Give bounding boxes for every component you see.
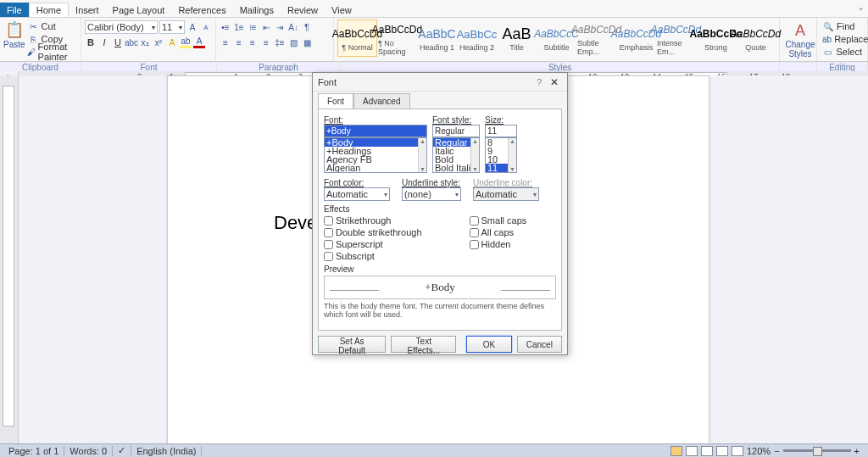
tab-view[interactable]: View	[325, 3, 359, 17]
replace-button[interactable]: abReplace	[821, 33, 864, 45]
underlinestyle-select[interactable]: (none)▾	[402, 187, 461, 201]
superscript-button[interactable]: x²	[153, 36, 164, 48]
status-page[interactable]: Page: 1 of 1	[3, 446, 64, 456]
style-quote[interactable]: AaBbCcDdQuote	[736, 20, 776, 57]
dialog-tab-font[interactable]: Font	[318, 93, 353, 109]
brush-icon: 🖌	[27, 46, 36, 58]
justify-button[interactable]: ≡	[260, 36, 272, 48]
chk-superscript[interactable]: Superscript	[324, 239, 422, 249]
tab-home[interactable]: Home	[29, 3, 69, 17]
showmarks-button[interactable]: ¶	[301, 21, 313, 33]
style-heading2[interactable]: AaBbCcHeading 2	[457, 20, 497, 57]
grow-font-icon[interactable]: A	[186, 21, 198, 33]
fontcolor-button[interactable]: A	[193, 36, 205, 48]
chk-strikethrough[interactable]: Strikethrough	[324, 215, 422, 226]
replace-icon: ab	[822, 33, 832, 45]
chk-subscript[interactable]: Subscript	[324, 251, 422, 261]
zoom-out-button[interactable]: −	[774, 446, 779, 456]
chk-hidden[interactable]: Hidden	[470, 239, 527, 249]
paste-button[interactable]: 📋 Paste	[3, 20, 25, 57]
group-styles: AaBbCcDd¶ NormalAaBbCcDd¶ No SpacingAaBb…	[334, 18, 780, 61]
fontcolor-select[interactable]: Automatic▾	[324, 187, 390, 201]
ok-button[interactable]: OK	[466, 336, 511, 353]
sort-button[interactable]: A↓	[287, 21, 299, 33]
view-outline-button[interactable]	[716, 446, 728, 456]
copy-icon: ⎘	[27, 33, 39, 45]
zoom-in-button[interactable]: +	[854, 446, 860, 456]
changestyles-icon: A	[794, 21, 806, 40]
find-icon: 🔍	[822, 20, 834, 32]
indent-inc-button[interactable]: ⇥	[274, 21, 286, 33]
strike-button[interactable]: abc	[125, 36, 137, 48]
dialog-tab-advanced[interactable]: Advanced	[353, 93, 409, 109]
tab-review[interactable]: Review	[281, 3, 325, 17]
find-button[interactable]: 🔍Find	[821, 20, 864, 32]
align-center-button[interactable]: ≡	[233, 36, 245, 48]
bullets-button[interactable]: •≡	[220, 21, 231, 33]
changestyles-button[interactable]: A Change Styles	[783, 20, 817, 59]
ruler-vertical[interactable]	[0, 75, 19, 443]
select-button[interactable]: ▭Select	[821, 46, 864, 58]
style-nospacing[interactable]: AaBbCcDd¶ No Spacing	[377, 20, 417, 57]
fontstyle-list[interactable]: RegularItalicBoldBold Italic	[432, 137, 480, 173]
subscript-button[interactable]: x₂	[139, 36, 151, 48]
label-fontstyle: Font style:	[432, 115, 480, 125]
titlebar-expand-icon[interactable]: ⌄	[857, 2, 865, 13]
linespacing-button[interactable]: ‡≡	[274, 36, 286, 48]
dialog-help-button[interactable]: ?	[531, 77, 547, 87]
chk-smallcaps[interactable]: Small caps	[470, 215, 527, 226]
size-list[interactable]: 89101112	[485, 137, 517, 173]
status-words[interactable]: Words: 0	[64, 446, 113, 456]
status-proof-icon[interactable]: ✓	[113, 445, 131, 456]
tab-insert[interactable]: Insert	[69, 3, 106, 17]
font-size-select[interactable]: 11▾	[159, 20, 185, 34]
ribbon: 📋 Paste ✂Cut ⎘Copy 🖌Format Painter Calib…	[0, 18, 868, 62]
chk-allcaps[interactable]: All caps	[470, 227, 527, 237]
texteffects-button[interactable]: A	[166, 36, 178, 48]
style-heading1[interactable]: AaBbCHeading 1	[417, 20, 457, 57]
highlight-button[interactable]: ab	[180, 36, 192, 48]
tab-pagelayout[interactable]: Page Layout	[106, 3, 172, 17]
font-name-select[interactable]: Calibri (Body)▾	[85, 20, 158, 34]
group-editing: 🔍Find abReplace ▭Select	[817, 18, 868, 61]
status-bar: Page: 1 of 1 Words: 0 ✓ English (India) …	[0, 443, 868, 457]
multilevel-button[interactable]: ⁝≡	[247, 21, 259, 33]
tab-mailings[interactable]: Mailings	[233, 3, 281, 17]
size-input[interactable]	[485, 125, 517, 137]
view-weblayout-button[interactable]	[701, 446, 713, 456]
view-draft-button[interactable]	[732, 446, 743, 456]
formatpainter-button[interactable]: 🖌Format Painter	[25, 46, 77, 58]
status-language[interactable]: English (India)	[131, 446, 202, 456]
cancel-button[interactable]: Cancel	[517, 336, 562, 353]
numbering-button[interactable]: 1≡	[233, 21, 245, 33]
zoom-slider[interactable]	[783, 449, 851, 452]
bold-button[interactable]: B	[85, 36, 97, 48]
style-title[interactable]: AaBTitle	[497, 20, 537, 57]
borders-button[interactable]: ▦	[301, 36, 313, 48]
select-icon: ▭	[822, 46, 833, 58]
indent-dec-button[interactable]: ⇤	[260, 21, 272, 33]
shrink-font-icon[interactable]: A	[200, 21, 212, 33]
dialog-close-button[interactable]: ✕	[547, 75, 562, 89]
label-font: Font:	[324, 115, 427, 125]
cut-button[interactable]: ✂Cut	[25, 20, 77, 32]
zoom-level[interactable]: 120%	[747, 446, 771, 456]
tab-file[interactable]: File	[0, 3, 29, 17]
texteffects-button[interactable]: Text Effects...	[391, 336, 456, 353]
shading-button[interactable]: ▧	[287, 36, 299, 48]
align-left-button[interactable]: ≡	[220, 36, 231, 48]
tab-references[interactable]: References	[171, 3, 232, 17]
fontstyle-input[interactable]	[432, 125, 480, 137]
preview-box: +Body	[324, 276, 556, 299]
italic-button[interactable]: I	[98, 36, 110, 48]
chk-doublestrike[interactable]: Double strikethrough	[324, 227, 422, 237]
paste-icon: 📋	[4, 20, 25, 40]
view-fullscreen-button[interactable]	[686, 446, 698, 456]
font-list[interactable]: +Body+HeadingsAgency FBAlgerianArial	[324, 137, 427, 173]
align-right-button[interactable]: ≡	[247, 36, 259, 48]
font-input[interactable]	[324, 125, 427, 137]
view-printlayout-button[interactable]	[670, 446, 682, 456]
underline-button[interactable]: U	[112, 36, 124, 48]
label-fontcolor: Font color:	[324, 178, 390, 187]
setdefault-button[interactable]: Set As Default	[318, 336, 386, 353]
